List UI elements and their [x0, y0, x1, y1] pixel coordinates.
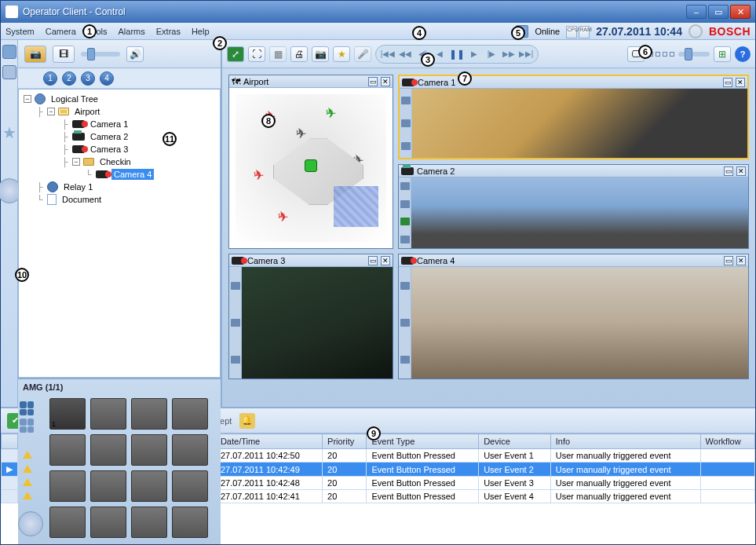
favorite-icon[interactable]: ★: [333, 46, 350, 62]
film-icon[interactable]: [400, 200, 410, 208]
overlay-icon[interactable]: [401, 97, 411, 104]
amg-slot-4[interactable]: [172, 398, 208, 430]
ptz-wheel[interactable]: [18, 511, 43, 536]
overlay-icon[interactable]: [231, 282, 240, 290]
logical-tree[interactable]: −Logical Tree ├−Airport ├Camera 1 ├Camer…: [18, 89, 221, 378]
last-button[interactable]: ▶▶|: [517, 47, 535, 61]
alarm-col-4[interactable]: Date/Time: [215, 434, 322, 449]
menu-help[interactable]: Help: [192, 27, 210, 36]
play-button[interactable]: ▶: [466, 47, 483, 61]
tree-collapse-root[interactable]: −: [24, 95, 31, 103]
amg-slot-10[interactable]: [90, 470, 126, 502]
left-slider[interactable]: [81, 52, 120, 57]
amg-slot-6[interactable]: [90, 434, 126, 466]
amg-slot-2[interactable]: [90, 398, 126, 430]
pane-camera-3[interactable]: Camera 3▭✕: [228, 254, 393, 379]
tree-root-label[interactable]: Logical Tree: [49, 93, 100, 104]
fwd-button[interactable]: ▶▶: [500, 47, 517, 61]
pane-camera-4[interactable]: Camera 4▭✕: [398, 254, 749, 379]
alarm-col-7[interactable]: Device: [479, 434, 551, 449]
alarm-col-0[interactable]: [2, 434, 18, 449]
pane-close-icon[interactable]: ✕: [381, 77, 390, 86]
tree-cam3[interactable]: Camera 3: [88, 144, 130, 155]
print-icon[interactable]: 🖨: [290, 46, 308, 62]
layout-slider[interactable]: [678, 52, 710, 57]
alarm-col-8[interactable]: Info: [550, 434, 700, 449]
monitor-1[interactable]: 1: [43, 71, 57, 86]
tree-cam2[interactable]: Camera 2: [88, 131, 130, 142]
menu-extras[interactable]: Extras: [156, 27, 181, 36]
overlay-icon[interactable]: [400, 282, 410, 290]
fullscreen-icon[interactable]: ⤢: [227, 46, 244, 62]
pane-close-icon[interactable]: ✕: [736, 256, 746, 265]
pane-max-icon[interactable]: ▭: [368, 77, 378, 86]
tree-cam1[interactable]: Camera 1: [88, 119, 130, 130]
pane-max-icon[interactable]: ▭: [724, 166, 733, 176]
tree-airport[interactable]: Airport: [72, 106, 102, 117]
rail-icon-2[interactable]: [2, 65, 16, 79]
tree-checkin[interactable]: Checkin: [97, 156, 133, 167]
pane-camera-1[interactable]: Camera 1▭✕: [398, 75, 749, 159]
audio-icon[interactable]: [400, 236, 410, 243]
rew-button[interactable]: ◀◀: [396, 47, 414, 61]
alarm-col-9[interactable]: Workflow: [700, 434, 754, 449]
add-layout-icon[interactable]: ⊞: [714, 46, 731, 62]
audio-icon[interactable]: [401, 142, 411, 150]
amg-slot-13[interactable]: [49, 507, 86, 538]
amg-slot-11[interactable]: [131, 470, 167, 502]
expand-icon[interactable]: ⛶: [248, 46, 265, 62]
pane-max-icon[interactable]: ▭: [368, 256, 378, 265]
ptz-icon[interactable]: [400, 218, 410, 225]
rail-icon-1[interactable]: [2, 45, 16, 59]
amg-slot-5[interactable]: [49, 434, 86, 466]
tree-relay[interactable]: Relay 1: [61, 181, 95, 192]
amg-slot-15[interactable]: [131, 507, 167, 538]
next-button[interactable]: |▶: [483, 47, 500, 61]
pane-camera-2[interactable]: Camera 2▭✕: [398, 164, 749, 249]
film-icon[interactable]: [401, 119, 411, 127]
pane-close-icon[interactable]: ✕: [381, 256, 390, 265]
amg-slot-9[interactable]: [49, 470, 86, 502]
mic-icon[interactable]: 🎤: [354, 46, 371, 62]
film-icon[interactable]: [400, 319, 410, 327]
camera-mode-icon[interactable]: 📷: [24, 46, 46, 63]
pane-max-icon[interactable]: ▭: [724, 256, 733, 265]
monitor-4[interactable]: 4: [100, 71, 114, 86]
amg-slot-1[interactable]: [49, 398, 86, 430]
film-icon[interactable]: [231, 319, 240, 327]
help-icon[interactable]: ?: [735, 46, 751, 62]
star-icon[interactable]: ★: [2, 123, 16, 142]
pane-close-icon[interactable]: ✕: [736, 78, 745, 87]
audio-icon[interactable]: [400, 356, 410, 364]
tree-collapse-checkin[interactable]: −: [72, 158, 80, 166]
amg-slot-14[interactable]: [90, 507, 126, 538]
amg-slot-3[interactable]: [131, 398, 167, 430]
monitor-2[interactable]: 2: [62, 71, 76, 86]
tree-cam4[interactable]: Camera 4: [111, 169, 154, 180]
menu-alarms[interactable]: Alarms: [119, 27, 145, 36]
map-view[interactable]: ✈ ✈ ✈ ✈ ✈ ✈ ✈: [229, 88, 393, 248]
layout-quad2-icon[interactable]: [20, 419, 34, 433]
layout-quad-icon[interactable]: [20, 401, 34, 415]
amg-slot-8[interactable]: [172, 434, 208, 466]
map-camera-marker[interactable]: [305, 159, 317, 172]
alarm-col-5[interactable]: Priority: [323, 434, 367, 449]
minimize-button[interactable]: –: [686, 5, 707, 19]
audio-icon[interactable]: [231, 356, 240, 364]
maximize-button[interactable]: ▭: [708, 5, 729, 19]
grid-icon[interactable]: ▦: [269, 46, 287, 62]
pane-max-icon[interactable]: ▭: [723, 78, 732, 87]
monitor-3[interactable]: 3: [81, 71, 95, 86]
overlay-icon[interactable]: [400, 182, 410, 190]
pane-map[interactable]: 🗺Airport▭✕ ✈ ✈ ✈ ✈ ✈ ✈ ✈: [228, 75, 393, 249]
snapshot-icon[interactable]: 📷: [312, 46, 329, 62]
tree-collapse-airport[interactable]: −: [47, 108, 55, 115]
amg-slot-7[interactable]: [131, 434, 167, 466]
film-icon[interactable]: 🎞: [53, 46, 75, 63]
alarm-col-6[interactable]: Event Type: [367, 434, 479, 449]
close-button[interactable]: ✕: [730, 5, 751, 19]
bell-button[interactable]: 🔔: [239, 413, 255, 429]
first-button[interactable]: |◀◀: [379, 47, 396, 61]
pause-button[interactable]: ❚❚: [448, 47, 466, 61]
pane-close-icon[interactable]: ✕: [736, 166, 746, 176]
